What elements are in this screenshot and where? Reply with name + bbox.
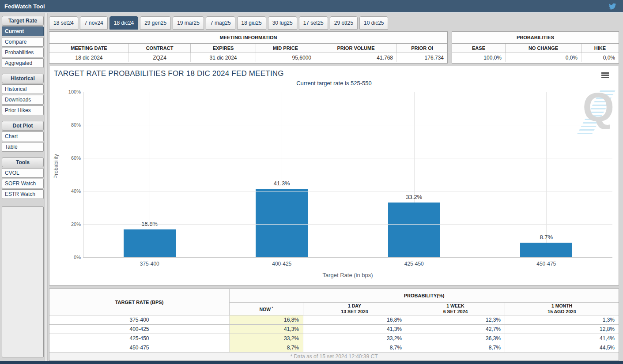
prob-cell: 1,3%: [505, 315, 619, 324]
chart-category-column: 16.8%375-400: [83, 92, 216, 257]
data-label-450-475: 8.7%: [480, 234, 613, 240]
prob-cell: 41,3%: [303, 325, 406, 334]
tab-29-ott25[interactable]: 29 ott25: [330, 16, 358, 30]
sidebar-item-historical[interactable]: Historical: [2, 84, 44, 94]
tab-10-dic25[interactable]: 10 dic25: [359, 16, 388, 30]
sidebar-item-cvol[interactable]: CVOL: [2, 168, 44, 178]
y-tick-0: 0%: [60, 255, 81, 260]
sidebar-item-estr-watch[interactable]: ESTR Watch: [2, 189, 44, 199]
rate-cell: 375-400: [49, 315, 230, 324]
category-label-425-450: 425-450: [348, 261, 480, 267]
sidebar-item-current[interactable]: Current: [2, 26, 44, 36]
sidebar-item-chart[interactable]: Chart: [2, 131, 44, 141]
tab-18-giu25[interactable]: 18 giu25: [237, 16, 266, 30]
value-prior-volume: 41.768: [315, 53, 397, 62]
sub-header-now: NOW *: [230, 303, 303, 315]
y-tick-80: 80%: [60, 122, 81, 128]
column-header-meeting-date: MEETING DATE: [49, 44, 129, 53]
gridline-80: [83, 125, 612, 125]
sidebar-item-prior-hikes[interactable]: Prior Hikes: [2, 105, 44, 115]
tab-30-lug25[interactable]: 30 lug25: [268, 16, 297, 30]
tab-7-mag25[interactable]: 7 mag25: [206, 16, 235, 30]
sidebar-item-table[interactable]: Table: [2, 142, 44, 152]
chart-panel: TARGET RATE PROBABILITIES FOR 18 DIC 202…: [49, 66, 619, 285]
y-tick-100: 100%: [60, 89, 81, 94]
gridline-40: [83, 191, 612, 191]
column-header-mid-price: MID PRICE: [256, 44, 315, 53]
sidebar-item-sofr-watch[interactable]: SOFR Watch: [2, 179, 44, 188]
bottom-bar: [0, 361, 623, 364]
probabilities-values: 100,0%0,0%0,0%: [452, 53, 619, 62]
tab-18-dic24[interactable]: 18 dic24: [109, 16, 138, 30]
meeting-information-values: 18 dic 2024ZQZ431 dic 202495,600041.7681…: [49, 53, 447, 62]
prob-cell: 12,3%: [406, 315, 505, 324]
column-header-expires: EXPIRES: [191, 44, 256, 53]
meeting-information-title: MEETING INFORMATION: [49, 32, 447, 44]
sidebar-header-tools[interactable]: Tools: [2, 158, 44, 167]
content-area: Target RateCurrentCompareProbabilitiesAg…: [0, 13, 623, 361]
target-rate-bps-header: TARGET RATE (BPS): [49, 289, 230, 315]
probability-group-header: PROBABILITY(%): [230, 289, 619, 303]
bar-425-450[interactable]: [388, 203, 440, 258]
probability-sub-headers: NOW *1 DAY13 SET 20241 WEEK6 SET 20241 M…: [230, 303, 619, 315]
sidebar-splitter[interactable]: [45, 13, 48, 361]
app-title: FedWatch Tool: [4, 3, 45, 10]
sidebar-item-aggregated[interactable]: Aggregated: [2, 58, 44, 68]
chart-category-column: 41.3%400-425: [216, 92, 348, 257]
table-row-425-450: 425-45033,2%33,2%36,3%41,4%: [49, 334, 619, 343]
prob-cell: 8,7%: [230, 343, 303, 352]
bar-375-400[interactable]: [124, 229, 176, 257]
sidebar-item-compare[interactable]: Compare: [2, 37, 44, 47]
twitter-icon[interactable]: [608, 3, 617, 10]
prob-cell: 33,2%: [230, 334, 303, 343]
probabilities-panel: PROBABILITIES EASENO CHANGEHIKE 100,0%0,…: [452, 31, 619, 64]
sidebar-section: Dot PlotChartTable: [2, 120, 44, 153]
value-mid-price: 95,6000: [256, 53, 315, 62]
top-bar: FedWatch Tool: [0, 0, 623, 13]
tab-29-gen25[interactable]: 29 gen25: [140, 16, 171, 30]
value-hike: 0,0%: [581, 53, 619, 62]
chart-columns: 16.8%375-40041.3%400-42533.2%425-4508.7%…: [83, 92, 612, 257]
gridline-100: [83, 92, 612, 92]
sidebar: Target RateCurrentCompareProbabilitiesAg…: [0, 13, 45, 361]
value-meeting-date: 18 dic 2024: [49, 53, 129, 62]
column-header-ease: EASE: [452, 44, 506, 53]
prob-cell: 12,8%: [505, 325, 619, 334]
sub-header-1-day: 1 DAY13 SET 2024: [303, 303, 406, 315]
prob-cell: 42,7%: [406, 325, 505, 334]
date-tabs: 18 set247 nov2418 dic2429 gen2519 mar257…: [49, 16, 619, 30]
sub-header-1-month: 1 MONTH15 AGO 2024: [505, 303, 619, 315]
sidebar-section: Target RateCurrentCompareProbabilitiesAg…: [2, 15, 44, 69]
prob-cell: 33,2%: [303, 334, 406, 343]
probability-table-body: 375-40016,8%16,8%12,3%1,3%400-42541,3%41…: [49, 315, 619, 352]
category-label-375-400: 375-400: [83, 261, 216, 267]
value-ease: 100,0%: [452, 53, 506, 62]
prob-cell: 36,3%: [406, 334, 505, 343]
sidebar-header-target-rate[interactable]: Target Rate: [2, 16, 44, 26]
sidebar-header-historical[interactable]: Historical: [2, 74, 44, 83]
sidebar-section: ToolsCVOLSOFR WatchESTR Watch: [2, 157, 44, 200]
tab-17-set25[interactable]: 17 set25: [299, 16, 328, 30]
sidebar-filler: [2, 206, 44, 357]
probabilities-headers: EASENO CHANGEHIKE: [452, 44, 619, 53]
sidebar-item-probabilities[interactable]: Probabilities: [2, 48, 44, 57]
sidebar-item-downloads[interactable]: Downloads: [2, 95, 44, 105]
sidebar-header-dot-plot[interactable]: Dot Plot: [2, 121, 44, 131]
tab-19-mar25[interactable]: 19 mar25: [173, 16, 204, 30]
meeting-information-headers: MEETING DATECONTRACTEXPIRESMID PRICEPRIO…: [49, 44, 447, 53]
value-no-change: 0,0%: [506, 53, 581, 62]
chart-menu-icon[interactable]: [601, 72, 609, 78]
prob-cell: 8,7%: [303, 343, 406, 352]
data-label-400-425: 41.3%: [216, 180, 348, 187]
tab-7-nov24[interactable]: 7 nov24: [80, 16, 108, 30]
bar-450-475[interactable]: [520, 243, 572, 257]
value-contract: ZQZ4: [129, 53, 191, 62]
vertical-gridline: [546, 92, 547, 257]
value-prior-oi: 176.734: [397, 53, 447, 62]
chart-subtitle: Current target rate is 525-550: [49, 80, 619, 86]
tab-18-set24[interactable]: 18 set24: [49, 16, 78, 30]
column-header-contract: CONTRACT: [129, 44, 191, 53]
bar-400-425[interactable]: [256, 189, 308, 257]
prob-cell: 41,3%: [230, 325, 303, 334]
chart-title: TARGET RATE PROBABILITIES FOR 18 DIC 202…: [54, 69, 284, 78]
